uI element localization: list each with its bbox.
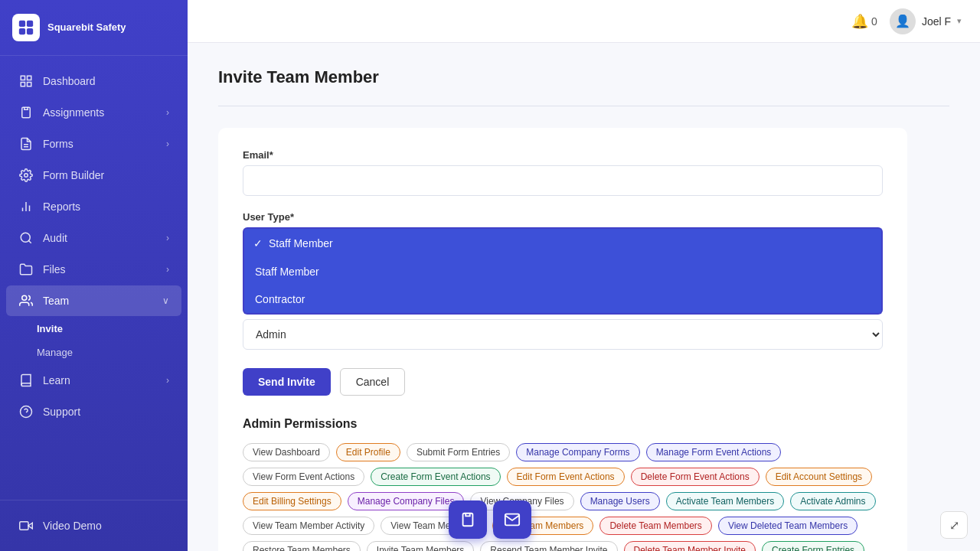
clipboard-button[interactable] xyxy=(449,500,487,539)
sidebar-item-forms[interactable]: Forms › xyxy=(6,129,181,159)
user-type-dropdown[interactable]: ✓ Staff Member Staff Member Contractor xyxy=(243,227,883,258)
svg-point-17 xyxy=(22,295,27,300)
chevron-right-icon: › xyxy=(166,264,169,275)
sidebar-item-form-builder[interactable]: Form Builder xyxy=(6,160,181,191)
permission-badge: Create Form Event Actions xyxy=(371,468,500,486)
search-icon xyxy=(18,230,34,246)
avatar: 👤 xyxy=(890,8,916,34)
sidebar-item-form-builder-label: Form Builder xyxy=(43,169,169,181)
permission-badge: Delete Team Member Invite xyxy=(624,541,756,551)
sidebar-item-learn-label: Learn xyxy=(43,374,157,386)
permission-badge: View Form Event Actions xyxy=(243,468,364,486)
svg-rect-3 xyxy=(27,28,33,34)
chevron-right-icon: › xyxy=(166,375,169,386)
notification-bell[interactable]: 🔔 0 xyxy=(851,13,877,30)
email-field-group: Email* xyxy=(243,149,883,196)
checkmark-icon: ✓ xyxy=(253,237,263,249)
notification-count: 0 xyxy=(871,15,877,28)
chevron-right-icon: › xyxy=(166,233,169,243)
permission-badge: Edit Profile xyxy=(336,443,400,461)
permission-badge: Manage Company Forms xyxy=(516,443,639,461)
svg-line-16 xyxy=(28,240,31,243)
sidebar-item-assignments-label: Assignments xyxy=(43,106,157,119)
dropdown-item-contractor[interactable]: Contractor xyxy=(244,285,881,313)
grid-icon xyxy=(18,73,34,89)
sidebar-item-support-label: Support xyxy=(43,406,169,418)
dropdown-menu: Staff Member Contractor xyxy=(243,258,883,315)
sidebar-item-invite[interactable]: Invite xyxy=(37,317,188,341)
contractor-option-label: Contractor xyxy=(255,293,305,305)
permission-badge: View Team Member Activity xyxy=(243,517,374,535)
logo-icon xyxy=(12,14,40,41)
bar-chart-icon xyxy=(18,199,34,214)
permission-badge: View Dashboard xyxy=(243,443,330,461)
sidebar-item-assignments[interactable]: Assignments › xyxy=(6,97,181,128)
dropdown-item-staff[interactable]: Staff Member xyxy=(244,258,881,285)
top-header: 🔔 0 👤 Joel F ▾ xyxy=(188,0,980,43)
svg-marker-20 xyxy=(28,523,32,529)
chevron-right-icon: › xyxy=(166,139,169,149)
user-menu[interactable]: 👤 Joel F ▾ xyxy=(890,8,962,34)
selected-option-label: Staff Member xyxy=(269,237,333,249)
svg-rect-21 xyxy=(20,522,28,530)
user-name: Joel F xyxy=(922,15,951,28)
permissions-grid: View DashboardEdit ProfileSubmit Form En… xyxy=(243,443,883,551)
sidebar-item-files[interactable]: Files › xyxy=(6,254,181,285)
sidebar-item-audit[interactable]: Audit › xyxy=(6,223,181,253)
app-logo: Squarebit Safety xyxy=(0,0,188,56)
cancel-button[interactable]: Cancel xyxy=(340,368,406,396)
svg-rect-5 xyxy=(28,76,31,80)
send-invite-button[interactable]: Send Invite xyxy=(243,368,331,396)
permission-badge: Submit Form Entries xyxy=(407,443,510,461)
permission-badge: Manage Users xyxy=(580,492,660,510)
role-field-group: Admin Manager Member xyxy=(243,319,883,350)
expand-button[interactable]: ⤢ xyxy=(940,511,968,539)
file-text-icon xyxy=(18,136,34,152)
sidebar-item-dashboard-label: Dashboard xyxy=(43,75,169,87)
sidebar-item-team[interactable]: Team ∨ xyxy=(6,285,181,316)
main-content: Invite Team Member Email* User Type* ✓ S… xyxy=(188,43,980,551)
sidebar-item-support[interactable]: Support xyxy=(6,396,181,427)
chevron-down-icon: ∨ xyxy=(162,295,169,306)
sidebar-item-audit-label: Audit xyxy=(43,232,157,244)
email-label: Email* xyxy=(243,149,883,161)
sidebar-item-forms-label: Forms xyxy=(43,138,157,150)
sidebar-item-video-demo[interactable]: Video Demo xyxy=(6,510,181,541)
form-actions: Send Invite Cancel xyxy=(243,368,883,396)
permission-badge: Delete Form Event Actions xyxy=(631,468,760,486)
sidebar-item-team-label: Team xyxy=(43,295,153,307)
permission-badge: Delete Team Members xyxy=(599,517,712,535)
permission-badge: Edit Account Settings xyxy=(766,468,872,486)
sidebar-nav: Dashboard Assignments › Forms › Form Bui… xyxy=(0,56,188,500)
svg-rect-4 xyxy=(21,76,24,80)
user-type-field-group: User Type* ✓ Staff Member Staff Member C… xyxy=(243,211,883,258)
sidebar: Squarebit Safety Dashboard Assignments ›… xyxy=(0,0,188,551)
chevron-right-icon: › xyxy=(166,107,169,118)
svg-rect-8 xyxy=(22,107,31,118)
permission-badge: Manage Company Files xyxy=(348,492,465,510)
footer-bar xyxy=(449,500,531,539)
role-select[interactable]: Admin Manager Member xyxy=(243,319,883,350)
main-wrapper: 🔔 0 👤 Joel F ▾ Invite Team Member Email*… xyxy=(188,0,980,551)
mail-button[interactable] xyxy=(493,500,531,539)
sidebar-item-reports-label: Reports xyxy=(43,201,169,213)
email-input[interactable] xyxy=(243,165,883,196)
dropdown-trigger[interactable]: ✓ Staff Member xyxy=(243,227,883,258)
settings-icon xyxy=(18,168,34,183)
svg-rect-22 xyxy=(463,514,473,527)
sidebar-item-learn[interactable]: Learn › xyxy=(6,365,181,396)
video-icon xyxy=(18,518,34,533)
permission-badge: Manage Form Event Actions xyxy=(646,443,782,461)
permission-badge: View Deleted Team Members xyxy=(718,517,858,535)
sidebar-item-dashboard[interactable]: Dashboard xyxy=(6,66,181,96)
help-circle-icon xyxy=(18,404,34,419)
permissions-title: Admin Permissions xyxy=(243,417,883,431)
staff-option-label: Staff Member xyxy=(255,266,319,278)
sidebar-item-files-label: Files xyxy=(43,263,157,276)
sidebar-item-manage[interactable]: Manage xyxy=(37,341,188,364)
app-name: Squarebit Safety xyxy=(47,21,126,34)
sidebar-item-reports[interactable]: Reports xyxy=(6,191,181,222)
divider xyxy=(218,106,949,106)
svg-point-15 xyxy=(21,233,30,242)
permission-badge: Activate Admins xyxy=(790,492,875,510)
